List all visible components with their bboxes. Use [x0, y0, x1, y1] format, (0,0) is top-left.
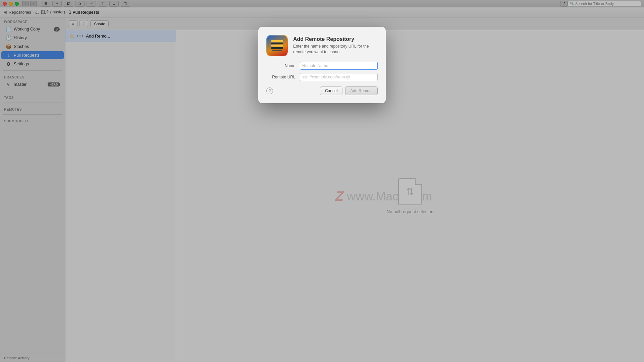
url-row: Remote URL:	[266, 73, 378, 81]
app-icon	[266, 35, 288, 56]
modal-actions: Cancel Add Remote	[320, 86, 378, 95]
url-label: Remote URL:	[266, 75, 297, 79]
name-row: Name:	[266, 62, 378, 70]
url-input[interactable]	[300, 73, 378, 81]
name-label: Name:	[266, 63, 297, 68]
modal-form: Name: Remote URL:	[266, 62, 378, 81]
app-icon-inner	[267, 36, 287, 56]
name-input[interactable]	[300, 62, 378, 70]
icon-bar-4	[271, 47, 283, 49]
help-button[interactable]: ?	[266, 87, 273, 94]
icon-stack	[271, 40, 283, 51]
modal-overlay: Add Remote Repository Enter the name and…	[0, 0, 644, 362]
modal-title: Add Remote Repository	[293, 36, 378, 42]
modal-footer: ? Cancel Add Remote	[266, 86, 378, 95]
modal-subtitle: Enter the name and repository URL for th…	[293, 44, 378, 55]
cancel-button[interactable]: Cancel	[320, 86, 342, 95]
add-remote-button[interactable]: Add Remote	[345, 86, 378, 95]
icon-bar-2	[271, 43, 283, 44]
icon-bar-1	[271, 40, 283, 42]
add-remote-modal: Add Remote Repository Enter the name and…	[258, 27, 386, 103]
modal-title-area: Add Remote Repository Enter the name and…	[293, 36, 378, 55]
icon-bar-5	[272, 50, 282, 51]
help-symbol: ?	[269, 88, 271, 93]
modal-header: Add Remote Repository Enter the name and…	[266, 35, 378, 56]
icon-bar-3	[271, 45, 283, 47]
